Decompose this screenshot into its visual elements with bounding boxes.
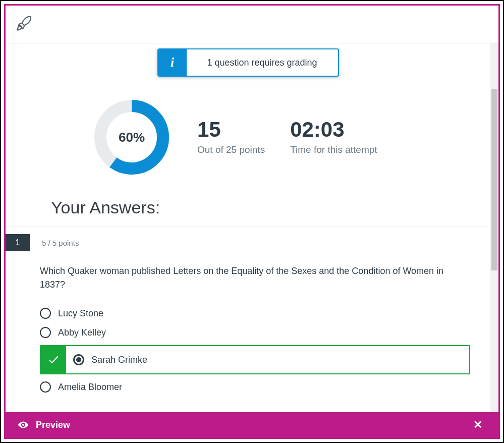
question-points: 5 / 5 points — [42, 239, 79, 247]
rocket-icon[interactable] — [16, 15, 33, 34]
time-stat: 02:03 Time for this attempt — [290, 119, 377, 155]
svg-point-2 — [22, 424, 24, 426]
question-text: Which Quaker woman published Letters on … — [40, 264, 470, 292]
score-percent: 60% — [91, 97, 172, 178]
radio-unchecked-icon — [40, 308, 51, 319]
time-subtext: Time for this attempt — [290, 144, 377, 155]
choice-list: Lucy Stone Abby Kelley — [40, 304, 470, 397]
radio-checked-icon — [73, 354, 84, 365]
choice-label: Amelia Bloomer — [58, 382, 122, 393]
radio-unchecked-icon — [40, 381, 51, 393]
choice-label: Sarah Grimke — [91, 355, 147, 365]
question-number: 1 — [6, 234, 30, 251]
close-preview-button[interactable]: ✕ — [469, 416, 486, 433]
divider — [6, 412, 490, 412]
choice-option[interactable]: Abby Kelley — [40, 323, 470, 342]
grading-notice: i 1 question requires grading — [157, 48, 339, 77]
choice-option[interactable]: Lucy Stone — [40, 304, 470, 323]
preview-bar: Preview ✕ — [6, 412, 498, 437]
choice-option-correct[interactable]: Sarah Grimke — [40, 345, 470, 374]
time-value: 02:03 — [290, 119, 377, 140]
points-subtext: Out of 25 points — [197, 144, 265, 155]
points-stat: 15 Out of 25 points — [197, 119, 265, 155]
checkmark-icon — [41, 346, 66, 373]
points-value: 15 — [197, 119, 265, 140]
eye-icon — [18, 419, 29, 430]
radio-unchecked-icon — [40, 327, 51, 338]
topbar — [6, 6, 498, 43]
score-summary: 60% 15 Out of 25 points 02:03 Time for t… — [26, 87, 470, 198]
grading-notice-text: 1 question requires grading — [187, 49, 338, 76]
preview-label: Preview — [36, 420, 70, 430]
info-icon: i — [158, 49, 187, 76]
score-donut: 60% — [91, 97, 172, 178]
choice-label: Abby Kelley — [58, 327, 106, 338]
answers-heading: Your Answers: — [26, 198, 470, 227]
question-block: 1 5 / 5 points Which Quaker woman publis… — [26, 227, 470, 412]
choice-label: Lucy Stone — [58, 308, 103, 319]
choice-option[interactable]: Amelia Bloomer — [40, 377, 470, 397]
scrollbar[interactable] — [490, 43, 498, 412]
scrollbar-thumb[interactable] — [491, 89, 497, 270]
